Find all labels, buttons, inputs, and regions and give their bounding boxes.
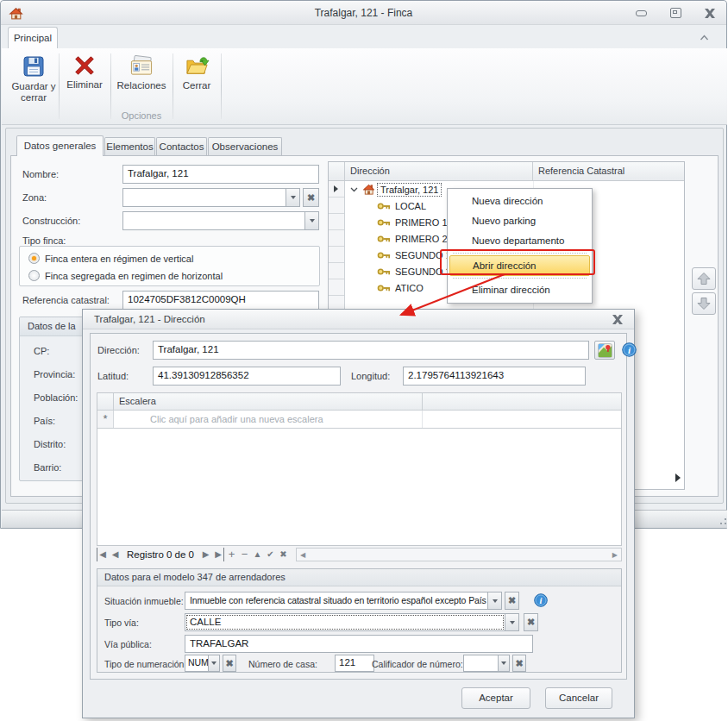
nav-last-button[interactable]: ▶ (213, 548, 224, 561)
info-icon[interactable]: i (534, 593, 548, 607)
menu-item-nuevo-departamento[interactable]: Nuevo departamento (449, 231, 590, 251)
tipo-via-combo[interactable]: CALLE (185, 613, 519, 631)
tipo-numeracion-combo[interactable]: NUM (185, 655, 220, 672)
situacion-combo[interactable]: Inmueble con referencia catastral situad… (185, 592, 502, 610)
close-button[interactable] (702, 7, 718, 19)
modelo-347-group: Datos para el modelo 347 de arrendadores… (97, 568, 622, 673)
dialog-titlebar: Trafalgar, 121 - Dirección (83, 310, 634, 329)
tree-child-row[interactable]: PRIMERO 1 (345, 214, 448, 230)
construccion-dropdown-icon[interactable] (304, 212, 318, 229)
numero-casa-input[interactable]: 121 (335, 655, 374, 672)
delete-button[interactable]: Eliminar (62, 52, 107, 110)
nav-remove-button[interactable]: − (239, 548, 250, 561)
tipo-via-clear-button[interactable]: ✖ (524, 613, 538, 631)
escalera-grid-header: Escalera (97, 393, 621, 411)
map-button[interactable] (594, 341, 615, 360)
ribbon-tab-principal[interactable]: Principal (8, 27, 58, 49)
scroll-left-icon[interactable]: ◀ (300, 551, 305, 559)
tipo-numeracion-clear-button[interactable]: ✖ (223, 655, 236, 672)
radio-finca-vertical[interactable]: Finca entera en régimen de vertical (28, 253, 193, 264)
tree-child-row[interactable]: PRIMERO 2 (345, 230, 448, 247)
folder-close-icon (185, 54, 210, 78)
via-publica-label: Vía pública: (104, 639, 152, 649)
direccion-label: Dirección: (97, 345, 140, 355)
map-icon (598, 343, 612, 358)
radio-unselected-icon (28, 270, 40, 281)
zona-clear-button[interactable]: ✖ (303, 188, 319, 207)
move-down-button[interactable] (692, 292, 716, 315)
via-publica-input[interactable]: TRAFALGAR (185, 635, 533, 653)
save-icon (22, 54, 46, 78)
tab-datos-generales[interactable]: Datos generales (16, 135, 104, 156)
save-and-close-button[interactable]: Guardar y cerrar (9, 52, 59, 110)
latitud-input[interactable]: 41.39130912856352 (153, 367, 341, 386)
nav-add-button[interactable]: + (226, 548, 237, 561)
tab-contactos[interactable]: Contactos (156, 137, 207, 156)
column-referencia-catastral[interactable]: Referencia Catastral (533, 162, 684, 180)
cancel-button[interactable]: Cancelar (545, 687, 612, 709)
column-escalera[interactable]: Escalera (114, 393, 423, 410)
grid-horizontal-scrollbar[interactable]: ◀ ▶ (296, 548, 622, 561)
poblacion-label: Población: (34, 392, 78, 403)
tipo-via-dropdown-icon[interactable] (505, 614, 518, 630)
screenshot-root: Trafalgar, 121 - Finca Principal Guardar… (0, 0, 728, 721)
nav-prev-button[interactable]: ◀ (110, 548, 121, 561)
nombre-input[interactable]: Trafalgar, 121 (122, 165, 319, 184)
nav-edit-button[interactable]: ▲ (252, 548, 263, 561)
tree-root-label[interactable]: Trafalgar, 121 (378, 184, 441, 196)
latitud-label: Latitud: (97, 371, 129, 381)
tipo-numeracion-dropdown-icon[interactable] (208, 655, 219, 671)
cp-label: CP: (34, 346, 49, 356)
menu-item-nueva-direccion[interactable]: Nueva dirección (449, 191, 590, 211)
record-navigator: ◀ ◀ Registro 0 de 0 ▶ ▶ + − ▲ ✔ ✖ ◀ ▶ (97, 546, 622, 563)
accept-button[interactable]: Aceptar (461, 687, 530, 709)
move-up-button[interactable] (692, 267, 716, 290)
nav-first-button[interactable]: ◀ (97, 548, 108, 561)
ref-catastral-input[interactable]: 1024705DF3812C0009QH (122, 291, 319, 310)
window-titlebar: Trafalgar, 121 - Finca (1, 1, 726, 25)
new-row-marker-icon: * (97, 411, 114, 428)
radio-finca-horizontal[interactable]: Finca segregada en regimen de horizontal (28, 270, 223, 281)
calificador-dropdown-icon[interactable] (498, 655, 509, 671)
calificador-combo[interactable] (463, 655, 510, 672)
minimize-button[interactable] (633, 7, 649, 19)
resize-grip[interactable] (720, 523, 722, 524)
calificador-clear-button[interactable]: ✖ (512, 655, 526, 672)
modelo-347-title: Datos para el modelo 347 de arrendadores (97, 569, 621, 586)
relations-button[interactable]: Relaciones (114, 52, 169, 110)
menu-item-nuevo-parking[interactable]: Nuevo parking (449, 211, 590, 231)
longitud-input[interactable]: 2.1795764113921643 (403, 367, 586, 386)
construccion-combo[interactable] (122, 211, 319, 230)
new-row-placeholder[interactable]: Clic aquí para añadir una nueva escalera (114, 411, 423, 428)
nav-post-button[interactable]: ✔ (265, 548, 276, 561)
scroll-right-icon[interactable]: ▶ (612, 551, 618, 559)
tree-scroll-right-icon[interactable] (675, 473, 681, 482)
tab-observaciones[interactable]: Observaciones (208, 137, 282, 156)
key-icon (377, 218, 392, 227)
grid-new-row[interactable]: * Clic aquí para añadir una nueva escale… (97, 411, 621, 429)
tipo-finca-label: Tipo finca: (22, 235, 66, 246)
nav-next-button[interactable]: ▶ (200, 548, 211, 561)
nav-cancel-button[interactable]: ✖ (278, 548, 289, 561)
tab-elementos[interactable]: Elementos (104, 137, 155, 156)
dialog-main-panel: Dirección: Trafalgar, 121 i Latitud: 41.… (90, 333, 627, 680)
tipo-numeracion-label: Tipo de numeración: (104, 659, 186, 669)
direccion-dialog: Trafalgar, 121 - Dirección Dirección: Tr… (82, 309, 635, 718)
situacion-clear-button[interactable]: ✖ (505, 592, 519, 610)
direccion-input[interactable]: Trafalgar, 121 (153, 341, 589, 360)
situacion-dropdown-icon[interactable] (487, 592, 501, 609)
ref-catastral-label: Referencia catastral: (22, 295, 110, 305)
info-icon[interactable]: i (622, 342, 637, 357)
tree-child-row[interactable]: LOCAL (345, 197, 426, 214)
ribbon-collapse-chevron-icon[interactable] (697, 32, 711, 43)
tree-root-row[interactable]: Trafalgar, 121 (345, 181, 441, 197)
zona-dropdown-icon[interactable] (286, 189, 299, 206)
maximize-button[interactable] (668, 7, 683, 19)
barrio-label: Barrio: (34, 462, 61, 473)
dialog-close-button[interactable] (612, 314, 624, 324)
expand-chevron-icon[interactable] (350, 187, 358, 192)
column-direccion[interactable]: Dirección (345, 162, 533, 180)
close-form-button[interactable]: Cerrar (176, 52, 217, 110)
tipo-via-label: Tipo vía: (104, 618, 139, 628)
zona-combo[interactable] (122, 188, 300, 207)
